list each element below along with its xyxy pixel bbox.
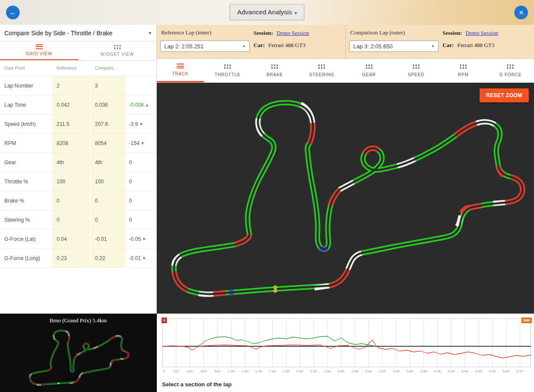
session-link[interactable]: Demo Session [466,30,498,36]
svg-text:4.0K: 4.0K [434,369,441,373]
trend-down-icon: ▼ [139,122,143,126]
svg-text:4.6K: 4.6K [475,369,483,373]
comparison-value: 0.036 [91,95,126,114]
reference-value: 211.5 [52,115,91,133]
svg-text:3.6K: 3.6K [406,369,414,373]
table-row[interactable]: RPM82088054-154▼ [0,134,156,153]
track-map-view: RESET ZOOM [157,83,534,314]
table-row[interactable]: Lap Time0.0420.036-0.006▲ [0,95,156,115]
session-link[interactable]: Demo Session [277,30,309,36]
delta-value: 0 [126,210,156,229]
tab-throttle[interactable]: THROTTLE [204,59,251,82]
column-header: Reference [52,66,91,71]
trend-down-icon: ▼ [142,237,146,241]
trend-down-icon: ▼ [142,256,146,260]
table-row[interactable]: G-Force (Long)0.230.22-0.01▼ [0,249,156,268]
menu-icon [177,64,184,68]
table-row[interactable]: Brake %000 [0,191,156,210]
close-icon: × [519,8,524,17]
comparison-lap-value: Lap 3: 2:05.650 [353,43,392,50]
reference-lap-label: Reference Lap (inner) [161,29,211,36]
tab-speed[interactable]: SPEED [392,59,439,82]
reference-value: 0.04 [52,230,91,248]
table-row[interactable]: Steering %000 [0,210,156,230]
caret-down-icon: ▼ [148,25,152,41]
table-row[interactable]: Speed (km/h)211.5207.6-3.9▼ [0,115,156,134]
section-end-handle[interactable]: 5360 [521,318,532,323]
table-row[interactable]: Gear4th4th0 [0,153,156,172]
delta-number: -0.006 [129,102,144,108]
data-point-name: RPM [0,134,52,152]
tab-gforce[interactable]: G FORCE [487,59,534,82]
car-value: Ferrari 488 GT3 [268,42,305,48]
lap-delta-chart[interactable]: 02004006008001.0K1.2K1.4K1.6K1.8K2.0K2.2… [162,318,531,375]
lap-section-selector: 02004006008001.0K1.2K1.4K1.6K1.8K2.0K2.2… [157,314,534,392]
data-point-name: G-Force (Long) [0,249,52,267]
column-header: Comparis... [91,66,117,71]
svg-text:0: 0 [163,369,165,373]
delta-number: -0.05 [129,236,141,242]
tab-label: STEERING [309,72,335,77]
tab-brake[interactable]: BRAKE [251,59,298,82]
table-row[interactable]: Lap Number23 [0,76,156,95]
reference-lap-select[interactable]: Lap 2: 2:05.251 ▼ [160,41,250,52]
comparison-session: Session:Demo Session [443,30,498,37]
delta-value: 0 [126,153,156,172]
caret-down-icon: ▼ [431,44,435,48]
svg-text:4.2K: 4.2K [448,369,455,373]
grid-icon [366,64,372,69]
reference-session: Session:Demo Session [253,30,309,37]
delta-number: 0 [129,179,132,185]
svg-text:800: 800 [215,369,221,373]
section-start-handle[interactable]: 0 [162,318,167,323]
reset-zoom-button[interactable]: RESET ZOOM [480,88,529,102]
comparison-lap-select[interactable]: Lap 3: 2:05.650 ▼ [349,41,439,52]
comparison-value: 4th [91,153,126,172]
comparison-value: 3 [91,76,126,95]
section-hint-text: Select a section of the lap [162,381,232,388]
svg-text:1.6K: 1.6K [269,369,276,373]
grid-icon [507,64,514,69]
comparison-car: Car:Ferrari 488 GT3 [443,42,494,49]
data-point-name: G-Force (Lat) [0,230,52,248]
data-point-name: Steering % [0,210,52,229]
tab-label: GEAR [362,72,376,77]
trend-down-icon: ▼ [141,141,145,145]
lap-delta-plot[interactable]: 02004006008001.0K1.2K1.4K1.6K1.8K2.0K2.2… [162,318,531,375]
page-title: Advanced Analysis [237,8,292,16]
back-button[interactable]: ← [6,6,20,19]
reference-value: 0.23 [52,249,91,267]
tab-widget-view[interactable]: WIDGET VIEW [78,41,157,60]
tab-rpm[interactable]: RPM [440,59,487,82]
data-point-name: Speed (km/h) [0,115,52,133]
track-map[interactable] [157,83,534,314]
svg-text:2.6K: 2.6K [338,369,345,373]
start-finish-marker [57,382,59,384]
data-point-name: Throttle % [0,172,52,191]
tab-label: RPM [458,72,469,77]
advanced-analysis-dropdown[interactable]: Advanced Analysis▾ [230,4,304,20]
svg-text:3.0K: 3.0K [365,369,372,373]
tab-label: SPEED [408,72,424,77]
svg-text:3.2K: 3.2K [379,369,386,373]
car-label: Car: [253,42,265,48]
delta-value: -0.006▲ [126,95,156,114]
svg-text:4.8K: 4.8K [489,369,496,373]
grid-icon [271,64,278,69]
delta-number: -0.01 [129,255,141,261]
reference-value: 8208 [52,134,91,152]
track-name-label: Brno (Grand Prix) 5.4km [0,314,156,324]
table-row[interactable]: Throttle %1001000 [0,172,156,191]
data-point-table: Data PointReferenceComparis...Lap Number… [0,61,156,268]
compare-mode-select[interactable]: Compare Side by Side - Throttle / Brake … [0,25,156,41]
tab-grid-view[interactable]: GRID VIEW [0,41,78,60]
track-minimap [7,325,150,390]
grid-icon [413,64,419,69]
reference-value: 0.042 [52,95,91,114]
telemetry-view-tabs: TRACKTHROTTLEBRAKESTEERINGGEARSPEEDRPMG … [157,59,534,83]
close-button[interactable]: × [514,6,528,19]
tab-track[interactable]: TRACK [157,59,204,82]
tab-steering[interactable]: STEERING [298,59,345,82]
tab-gear[interactable]: GEAR [345,59,392,82]
table-row[interactable]: G-Force (Lat)0.04-0.01-0.05▼ [0,230,156,249]
